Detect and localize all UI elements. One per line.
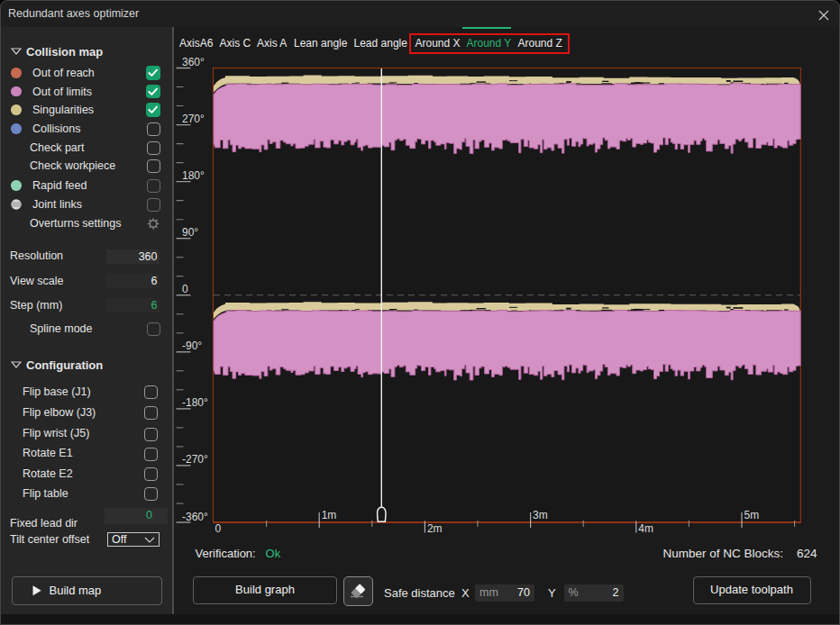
svg-text:360°: 360° [182,56,205,68]
svg-text:-180°: -180° [182,396,208,409]
svg-text:1m: 1m [322,509,337,521]
svg-text:-270°: -270° [182,453,208,466]
svg-text:270°: 270° [182,113,205,125]
svg-text:-360°: -360° [182,511,208,523]
svg-text:4m: 4m [638,522,653,535]
svg-text:0: 0 [215,522,222,535]
svg-text:3m: 3m [533,509,548,521]
svg-text:-90°: -90° [182,340,202,352]
svg-text:180°: 180° [182,169,205,182]
svg-text:0: 0 [182,283,188,295]
svg-text:5m: 5m [744,509,760,521]
svg-text:2m: 2m [427,522,443,535]
svg-text:90°: 90° [182,226,198,239]
